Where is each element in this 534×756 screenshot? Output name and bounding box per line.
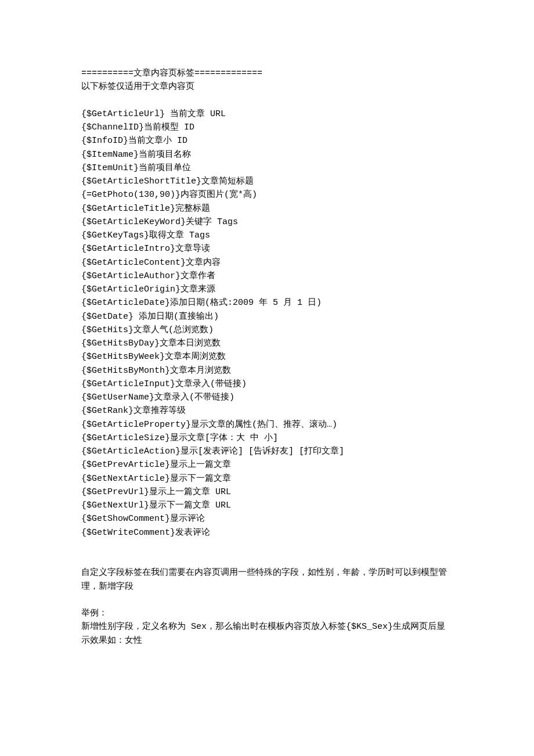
tag-line: {$GetPrevArticle}显示上一篇文章: [81, 458, 453, 471]
tag-line: {$InfoID}当前文章小 ID: [81, 134, 453, 147]
tag-line: {$GetHitsByMonth}文章本月浏览数: [81, 364, 453, 377]
document-page: ==========文章内容页标签============= 以下标签仅适用于文…: [0, 0, 534, 756]
blank-line: [81, 94, 453, 107]
tag-line: {$GetNextArticle}显示下一篇文章: [81, 472, 453, 485]
tag-line: {$GetUserName}文章录入(不带链接): [81, 391, 453, 404]
tag-line: {$GetArticleTitle}完整标题: [81, 202, 453, 215]
tag-line: {$GetRank}文章推荐等级: [81, 404, 453, 417]
section-header: ==========文章内容页标签=============: [81, 67, 453, 80]
tag-line: {$GetArticleShortTitle}文章简短标题: [81, 175, 453, 188]
tag-line: {$GetArticleContent}文章内容: [81, 256, 453, 269]
tag-line: {$GetArticleIntro}文章导读: [81, 242, 453, 255]
tag-line: {$GetHitsByDay}文章本日浏览数: [81, 337, 453, 350]
example-text: 新增性别字段，定义名称为 Sex，那么输出时在模板内容页放入标签{$KS_Sex…: [81, 620, 453, 647]
tag-line: {$GetArticleOrigin}文章来源: [81, 283, 453, 296]
tag-line: {$ChannelID}当前模型 ID: [81, 121, 453, 134]
tag-line: {$GetArticleAuthor}文章作者: [81, 269, 453, 283]
tag-line: {$GetPrevUrl}显示上一篇文章 URL: [81, 485, 453, 499]
tag-line: {$GetHits}文章人气(总浏览数): [81, 323, 453, 337]
tag-line: {$GetWriteComment}发表评论: [81, 526, 453, 539]
tag-line: {$GetArticleDate}添加日期(格式:2009 年 5 月 1 日): [81, 296, 453, 309]
tag-line: {$GetHitsByWeek}文章本周浏览数: [81, 350, 453, 363]
tag-line: {$ItemName}当前项目名称: [81, 148, 453, 161]
tag-line: {$ItemUnit}当前项目单位: [81, 161, 453, 175]
section-subheader: 以下标签仅适用于文章内容页: [81, 80, 453, 93]
tag-line: {$GetArticleInput}文章录入(带链接): [81, 377, 453, 391]
tag-line: {$GetDate} 添加日期(直接输出): [81, 310, 453, 323]
blank-line: [81, 593, 453, 607]
tag-line: {$GetNextUrl}显示下一篇文章 URL: [81, 499, 453, 512]
tag-line: {$GetKeyTags}取得文章 Tags: [81, 229, 453, 242]
tag-line: {$GetArticleProperty}显示文章的属性(热门、推荐、滚动…): [81, 418, 453, 431]
tag-line: {=GetPhoto(130,90)}内容页图片(宽*高): [81, 188, 453, 201]
tag-line: {$GetArticleUrl} 当前文章 URL: [81, 107, 453, 121]
tag-list: {$GetArticleUrl} 当前文章 URL {$ChannelID}当前…: [81, 107, 453, 539]
blank-gap: [81, 539, 453, 567]
tag-line: {$GetArticleSize}显示文章[字体：大 中 小]: [81, 431, 453, 445]
example-label: 举例：: [81, 607, 453, 620]
tag-line: {$GetArticleKeyWord}关键字 Tags: [81, 215, 453, 229]
tag-line: {$GetArticleAction}显示[发表评论] [告诉好友] [打印文章…: [81, 445, 453, 458]
custom-field-note: 自定义字段标签在我们需要在内容页调用一些特殊的字段，如性别，年龄，学历时可以到模…: [81, 566, 453, 593]
tag-line: {$GetShowComment}显示评论: [81, 512, 453, 525]
